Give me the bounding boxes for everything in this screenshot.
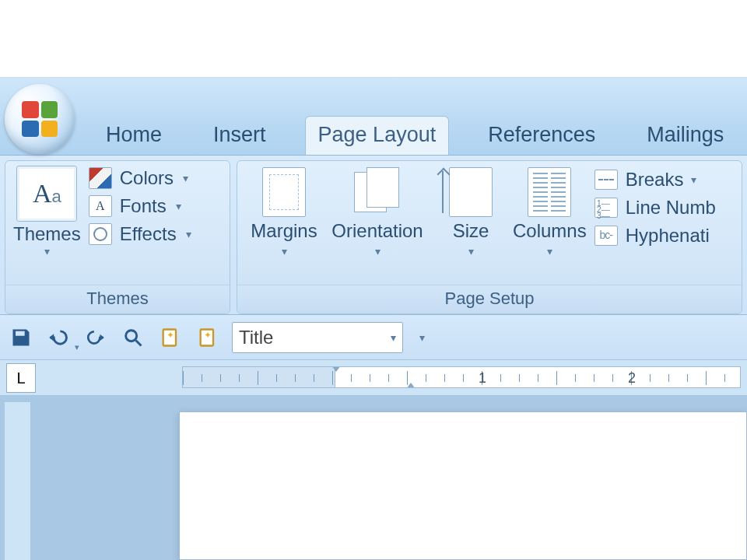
columns-icon <box>528 167 571 217</box>
hyphenation-button[interactable]: bc- Hyphenati <box>594 225 716 247</box>
ribbon: Aa Themes ▾ Colors ▾ A Fonts ▾ <box>0 156 747 315</box>
line-numbers-button[interactable]: 1—2—3— Line Numb <box>594 197 716 219</box>
first-line-indent-marker[interactable] <box>329 366 343 372</box>
fonts-icon: A <box>89 195 112 217</box>
theme-effects-button[interactable]: Effects ▾ <box>89 223 191 245</box>
chevron-down-icon: ▾ <box>75 342 79 352</box>
orientation-label: Orientation <box>331 220 423 242</box>
document-sparkle-icon <box>160 327 181 348</box>
chevron-down-icon: ▾ <box>282 245 287 257</box>
size-icon <box>449 167 493 217</box>
orientation-icon <box>351 167 404 217</box>
themes-button[interactable]: Aa Themes ▾ <box>13 166 81 257</box>
margins-button[interactable]: Margins ▾ <box>245 166 323 257</box>
tab-stop-glyph: L <box>16 369 25 387</box>
save-button[interactable] <box>8 324 34 351</box>
theme-colors-label: Colors <box>120 167 174 189</box>
theme-effects-label: Effects <box>120 223 177 245</box>
ruler-row: L 1 2 <box>0 360 747 396</box>
tab-mailings[interactable]: Mailings <box>634 117 736 155</box>
chevron-down-icon: ▾ <box>547 245 552 257</box>
ruler-number: 2 <box>628 370 636 387</box>
group-page-setup: Margins ▾ Orientation ▾ Size ▾ Columns ▾ <box>237 160 742 314</box>
size-button[interactable]: Size ▾ <box>432 166 510 257</box>
theme-fonts-button[interactable]: A Fonts ▾ <box>89 195 191 217</box>
undo-button[interactable]: ▾ <box>45 324 72 351</box>
ribbon-tabs: Home Insert Page Layout References Maili… <box>93 78 736 155</box>
line-numbers-icon: 1—2—3— <box>594 198 618 218</box>
svg-point-0 <box>126 330 137 341</box>
horizontal-ruler[interactable]: 1 2 <box>182 366 741 388</box>
style-selector[interactable]: Title ▾ <box>232 322 403 353</box>
themes-icon: Aa <box>16 166 77 222</box>
qat-button-a[interactable] <box>157 324 184 351</box>
tab-references[interactable]: References <box>475 117 608 155</box>
margins-icon <box>262 167 306 217</box>
window-top-margin <box>0 0 747 78</box>
breaks-label: Breaks <box>626 169 684 191</box>
columns-button[interactable]: Columns ▾ <box>510 166 590 257</box>
chevron-down-icon: ▾ <box>468 245 474 257</box>
tab-page-layout[interactable]: Page Layout <box>305 116 450 155</box>
columns-label: Columns <box>513 220 587 242</box>
ruler-ticks <box>183 367 740 387</box>
hyphenation-icon: bc- <box>594 226 618 246</box>
theme-colors-button[interactable]: Colors ▾ <box>89 167 191 189</box>
save-icon <box>10 327 32 348</box>
style-selected-value: Title <box>239 327 273 348</box>
svg-line-1 <box>136 340 142 345</box>
redo-button[interactable] <box>82 324 109 351</box>
office-button[interactable] <box>5 84 75 154</box>
group-page-setup-label: Page Setup <box>237 285 742 313</box>
vertical-ruler[interactable] <box>5 402 31 560</box>
group-themes: Aa Themes ▾ Colors ▾ A Fonts ▾ <box>5 160 230 314</box>
chevron-down-icon: ▾ <box>186 228 191 240</box>
chevron-down-icon: ▾ <box>375 245 381 257</box>
chevron-down-icon: ▾ <box>391 331 396 344</box>
chevron-down-icon: ▾ <box>44 245 50 257</box>
chevron-down-icon: ▾ <box>419 331 425 344</box>
quick-access-toolbar: ▾ Title ▾ ▾ <box>0 315 747 360</box>
themes-button-label: Themes <box>13 223 81 245</box>
tab-insert[interactable]: Insert <box>201 117 279 155</box>
line-numbers-label: Line Numb <box>626 197 716 219</box>
theme-fonts-label: Fonts <box>120 195 167 217</box>
qat-customize-button[interactable]: ▾ <box>414 324 430 351</box>
margins-label: Margins <box>251 220 317 242</box>
tab-stop-selector[interactable]: L <box>6 363 36 393</box>
chevron-down-icon: ▾ <box>183 172 188 184</box>
undo-icon <box>47 327 69 348</box>
svg-rect-2 <box>163 329 176 345</box>
document-area <box>0 396 747 560</box>
breaks-icon <box>594 170 618 190</box>
ruler-number: 1 <box>479 370 486 387</box>
hanging-indent-marker[interactable] <box>404 383 418 388</box>
size-label: Size <box>453 220 489 242</box>
svg-rect-3 <box>201 329 213 345</box>
chevron-down-icon: ▾ <box>176 200 181 212</box>
office-logo-icon <box>22 101 58 137</box>
group-themes-label: Themes <box>5 285 230 313</box>
qat-button-b[interactable] <box>195 324 221 351</box>
colors-icon <box>89 167 112 189</box>
chevron-down-icon: ▾ <box>691 173 696 186</box>
search-icon <box>122 327 144 348</box>
breaks-button[interactable]: Breaks ▾ <box>594 169 716 191</box>
redo-icon <box>86 327 106 348</box>
find-button[interactable] <box>120 324 146 351</box>
hyphenation-label: Hyphenati <box>626 225 710 247</box>
document-sparkle-icon <box>197 327 219 348</box>
title-bar: Home Insert Page Layout References Maili… <box>0 78 747 156</box>
orientation-button[interactable]: Orientation ▾ <box>323 166 432 257</box>
tab-home[interactable]: Home <box>93 117 174 155</box>
document-page[interactable] <box>179 411 747 560</box>
effects-icon <box>89 223 112 245</box>
